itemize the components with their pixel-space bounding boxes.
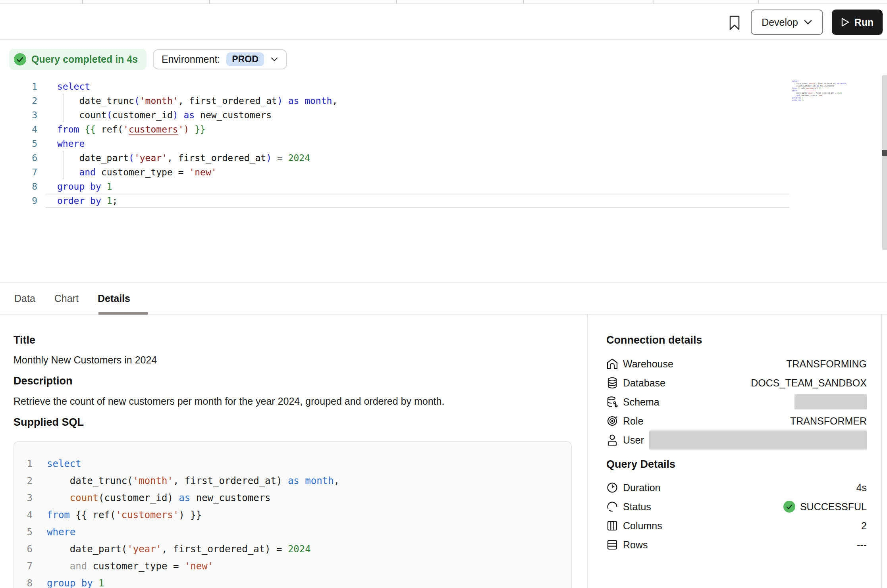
bookmark-icon[interactable] [728, 14, 741, 32]
editor-code-lines: 1select2 date_trunc('month', first_order… [0, 79, 887, 208]
code-line: 4from {{ ref('customers') }} [14, 507, 571, 524]
database-row: DatabaseDOCS_TEAM_SANDBOX [606, 373, 867, 392]
line-number: 3 [14, 490, 33, 507]
role-icon [606, 415, 620, 427]
query-status-text: Query completed in 4s [31, 54, 138, 65]
editor-scrollbar-thumb[interactable] [882, 150, 887, 156]
line-number: 4 [0, 122, 37, 136]
tab-divider [209, 0, 210, 4]
chevron-down-icon [270, 57, 278, 62]
line-number: 8 [14, 575, 33, 588]
tab-data[interactable]: Data [14, 293, 35, 304]
line-number: 7 [14, 558, 33, 575]
line-number: 3 [0, 108, 37, 122]
query-status-badge: Query completed in 4s [9, 49, 147, 70]
indent-guide [63, 151, 64, 179]
editor-minimap[interactable]: select date_trunc('month', first_ordered… [792, 80, 838, 102]
warehouse-value: TRANSFORMING [786, 358, 867, 370]
code-line: 7 and customer_type = 'new' [14, 558, 571, 575]
schema-icon [606, 396, 620, 408]
code-line: 1select [14, 455, 571, 473]
line-number: 5 [14, 524, 33, 541]
line-number: 5 [0, 136, 37, 151]
user-icon [606, 434, 620, 446]
code-line: 6 date_part('year', first_ordered_at) = … [14, 541, 571, 558]
warehouse-row: WarehouseTRANSFORMING [606, 354, 867, 373]
develop-dropdown-button[interactable]: Develop [751, 10, 823, 35]
tab-divider [523, 0, 524, 4]
redacted-value [649, 430, 867, 450]
panel-divider [587, 315, 588, 588]
warehouse-icon [606, 358, 620, 370]
role-label: Role [623, 415, 643, 427]
tab-divider [654, 0, 654, 4]
line-number: 2 [14, 473, 33, 490]
code-line: 3 count(customer_id) as new_customers [0, 108, 887, 122]
database-icon [606, 377, 620, 389]
line-number: 8 [0, 179, 37, 194]
user-label: User [623, 434, 644, 446]
status-label: Status [623, 501, 651, 513]
columns-label: Columns [623, 520, 662, 532]
line-number: 1 [14, 455, 33, 473]
role-row: RoleTRANSFORMER [606, 411, 867, 430]
tab-chart[interactable]: Chart [54, 293, 79, 304]
description-heading: Description [13, 375, 73, 387]
code-line: 4from {{ ref('customers') }} [0, 122, 887, 136]
rows-row: Rows--- [606, 535, 867, 554]
develop-label: Develop [762, 17, 798, 28]
line-number: 6 [0, 151, 37, 165]
tab-divider [396, 0, 397, 4]
tab-divider [82, 0, 83, 4]
status-row: Query completed in 4s Environment: PROD [0, 41, 887, 77]
connection-details-rows: WarehouseTRANSFORMINGDatabaseDOCS_TEAM_S… [606, 354, 867, 450]
columns-icon [606, 520, 620, 532]
run-label: Run [854, 17, 874, 28]
role-value: TRANSFORMER [790, 415, 867, 427]
schema-row: Schema [606, 392, 867, 411]
database-value: DOCS_TEAM_SANDBOX [751, 377, 867, 389]
chevron-down-icon [804, 19, 812, 25]
duration-icon [606, 482, 620, 494]
code-line: 2 date_trunc('month', first_ordered_at) … [0, 94, 887, 108]
status-icon [606, 501, 620, 513]
code-line: 8group by 1 [14, 575, 571, 588]
duration-value: 4s [856, 482, 867, 494]
code-line: 8group by 1 [0, 179, 887, 194]
tab-details[interactable]: Details [98, 293, 130, 304]
code-line: 9order by 1; [0, 194, 887, 208]
status-value: SUCCESSFUL [783, 501, 867, 513]
indent-guide [63, 94, 64, 122]
run-button[interactable]: Run [832, 10, 883, 35]
editor-scrollbar[interactable] [882, 75, 887, 250]
duration-label: Duration [623, 482, 661, 494]
code-line: 5where [14, 524, 571, 541]
rows-value: --- [857, 539, 867, 551]
title-value: Monthly New Customers in 2024 [13, 354, 157, 366]
results-tab-bar: DataChartDetails [0, 282, 887, 315]
tab-divider [758, 0, 759, 4]
details-content: Title Monthly New Customers in 2024 Desc… [0, 315, 887, 588]
sql-code-editor[interactable]: 1select2 date_trunc('month', first_order… [0, 79, 887, 254]
code-line: 6 date_part('year', first_ordered_at) = … [0, 151, 887, 165]
code-line: 7 and customer_type = 'new' [0, 165, 887, 179]
panel-right-edge [881, 315, 882, 588]
redacted-value [794, 394, 867, 409]
connection-details-heading: Connection details [606, 334, 702, 346]
environment-value-chip: PROD [226, 52, 264, 66]
play-icon [841, 17, 850, 27]
description-value: Retrieve the count of new customers per … [13, 396, 444, 407]
line-number: 2 [0, 94, 37, 108]
rows-label: Rows [623, 539, 648, 551]
code-line: 5where [0, 136, 887, 151]
code-line: 2 date_trunc('month', first_ordered_at) … [14, 473, 571, 490]
columns-row: Columns2 [606, 516, 867, 535]
top-file-tab-strip [0, 0, 887, 4]
code-line: 3 count(customer_id) as new_customers [14, 490, 571, 507]
toolbar-header: Develop Run [0, 5, 887, 40]
supplied-sql-heading: Supplied SQL [13, 416, 84, 429]
environment-selector[interactable]: Environment: PROD [153, 49, 287, 69]
query-editor-page: Develop Run Query completed in 4s Enviro… [0, 0, 887, 588]
rows-icon [606, 539, 620, 551]
user-row: User [606, 430, 867, 450]
